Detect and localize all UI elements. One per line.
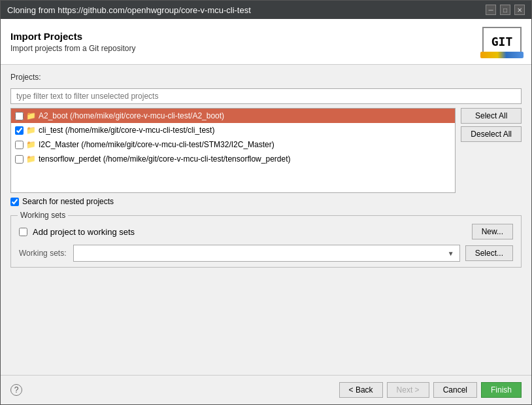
projects-label: Projects: bbox=[10, 73, 522, 82]
dialog-subtitle: Import projects from a Git repository bbox=[10, 44, 135, 53]
working-sets-add-row: Add project to working sets New... bbox=[19, 224, 513, 239]
working-sets-legend: Working sets bbox=[18, 211, 68, 220]
project-name-3: tensorflow_perdet (/home/mike/git/core-v… bbox=[39, 154, 290, 164]
finish-button[interactable]: Finish bbox=[481, 382, 522, 398]
header-text: Import Projects Import projects from a G… bbox=[10, 31, 135, 53]
filter-row bbox=[10, 88, 522, 104]
folder-icon-3: 📁 bbox=[26, 154, 36, 164]
deselect-all-button[interactable]: Deselect All bbox=[461, 126, 522, 142]
main-area: Projects: 📁 A2_boot (/home/mike/git/core… bbox=[1, 65, 531, 375]
project-checkbox-3[interactable] bbox=[15, 155, 24, 164]
project-checkbox-1[interactable] bbox=[15, 126, 24, 135]
search-nested-row: Search for nested projects bbox=[10, 197, 522, 206]
add-to-working-sets-checkbox[interactable] bbox=[19, 228, 27, 236]
restore-button[interactable]: □ bbox=[500, 5, 510, 15]
title-bar: Cloning from https://github.com/openhwgr… bbox=[1, 1, 531, 19]
list-item[interactable]: 📁 A2_boot (/home/mike/git/core-v-mcu-cli… bbox=[11, 109, 455, 123]
projects-section: Projects: 📁 A2_boot (/home/mike/git/core… bbox=[10, 73, 522, 206]
list-item[interactable]: 📁 tensorflow_perdet (/home/mike/git/core… bbox=[11, 152, 455, 166]
working-sets-label: Working sets: bbox=[19, 249, 68, 258]
select-working-set-button[interactable]: Select... bbox=[465, 245, 513, 261]
close-button[interactable]: ✕ bbox=[514, 5, 525, 15]
working-sets-section: Working sets Add project to working sets… bbox=[10, 215, 522, 268]
dialog-content: Import Projects Import projects from a G… bbox=[1, 19, 531, 404]
project-name-1: cli_test (/home/mike/git/core-v-mcu-cli-… bbox=[39, 126, 214, 135]
projects-list: 📁 A2_boot (/home/mike/git/core-v-mcu-cli… bbox=[10, 108, 456, 193]
minimize-button[interactable]: ─ bbox=[486, 5, 496, 15]
help-button[interactable]: ? bbox=[10, 384, 22, 396]
filter-input[interactable] bbox=[10, 88, 522, 104]
folder-icon-1: 📁 bbox=[26, 126, 36, 135]
search-nested-label: Search for nested projects bbox=[22, 197, 114, 206]
projects-list-area: 📁 A2_boot (/home/mike/git/core-v-mcu-cli… bbox=[10, 108, 522, 193]
back-button[interactable]: < Back bbox=[339, 382, 383, 398]
dropdown-arrow-icon: ▼ bbox=[448, 250, 454, 257]
select-all-button[interactable]: Select All bbox=[461, 108, 522, 124]
working-sets-dropdown[interactable]: ▼ bbox=[73, 245, 460, 262]
search-nested-checkbox[interactable] bbox=[10, 198, 19, 206]
working-sets-select-row: Working sets: ▼ Select... bbox=[19, 245, 513, 262]
title-bar-controls: ─ □ ✕ bbox=[486, 5, 525, 15]
window-title: Cloning from https://github.com/openhwgr… bbox=[7, 5, 251, 15]
project-checkbox-2[interactable] bbox=[15, 141, 24, 149]
folder-icon-2: 📁 bbox=[26, 140, 36, 149]
main-window: Cloning from https://github.com/openhwgr… bbox=[0, 0, 532, 405]
dialog-footer: ? < Back Next > Cancel Finish bbox=[1, 375, 531, 404]
footer-left: ? bbox=[10, 384, 22, 396]
list-action-buttons: Select All Deselect All bbox=[461, 108, 522, 193]
project-checkbox-0[interactable] bbox=[15, 112, 24, 120]
git-logo: GIT bbox=[482, 27, 522, 56]
project-name-2: I2C_Master (/home/mike/git/core-v-mcu-cl… bbox=[39, 140, 274, 149]
dialog-title: Import Projects bbox=[10, 31, 135, 42]
project-name-0: A2_boot (/home/mike/git/core-v-mcu-cli-t… bbox=[39, 111, 224, 120]
list-item[interactable]: 📁 cli_test (/home/mike/git/core-v-mcu-cl… bbox=[11, 123, 455, 137]
footer-right: < Back Next > Cancel Finish bbox=[339, 382, 522, 398]
git-logo-bar bbox=[480, 52, 524, 58]
new-working-set-button[interactable]: New... bbox=[472, 224, 513, 239]
add-working-sets-label: Add project to working sets bbox=[33, 227, 135, 237]
list-item[interactable]: 📁 I2C_Master (/home/mike/git/core-v-mcu-… bbox=[11, 137, 455, 152]
git-logo-text: GIT bbox=[491, 35, 513, 48]
next-button[interactable]: Next > bbox=[387, 382, 429, 398]
folder-icon-0: 📁 bbox=[26, 111, 36, 120]
cancel-button[interactable]: Cancel bbox=[433, 382, 477, 398]
dialog-header: Import Projects Import projects from a G… bbox=[1, 19, 531, 65]
